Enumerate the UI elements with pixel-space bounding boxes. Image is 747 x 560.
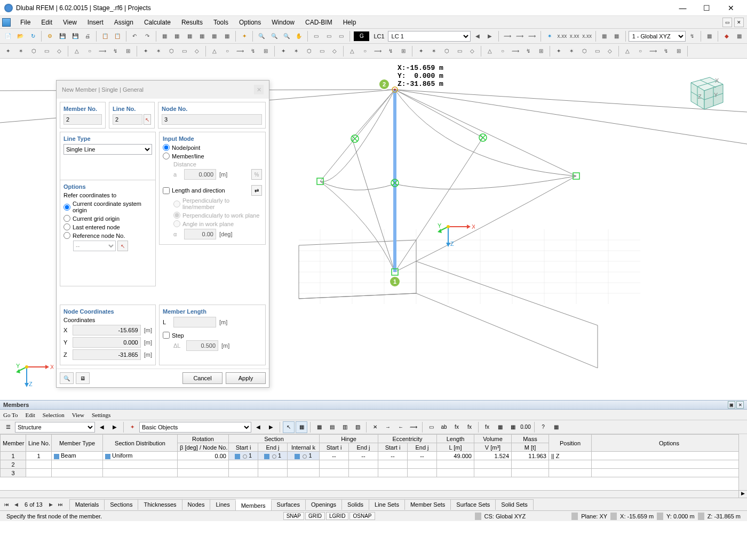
menu-results[interactable]: Results: [176, 17, 208, 28]
menu-file[interactable]: File: [15, 17, 36, 28]
tool-icon[interactable]: ▭: [454, 45, 465, 57]
tab-surface-sets[interactable]: Surface Sets: [450, 499, 496, 510]
menu-cad-bim[interactable]: CAD-BIM: [300, 17, 338, 28]
tool-icon[interactable]: ⟿: [510, 45, 521, 57]
pick-line-icon[interactable]: ↖: [144, 114, 151, 125]
tool-icon[interactable]: ○: [221, 45, 233, 57]
menu-assign[interactable]: Assign: [109, 17, 139, 28]
tool-icon[interactable]: ⬡: [441, 45, 452, 57]
tool-icon[interactable]: ▭: [591, 45, 603, 57]
tree-icon[interactable]: ☰: [2, 421, 14, 433]
apply-button[interactable]: Apply: [226, 372, 266, 384]
tb-icon[interactable]: ▦: [159, 30, 170, 42]
coord-x-input[interactable]: [73, 325, 141, 335]
next-page-icon[interactable]: ▶: [47, 500, 55, 509]
panel-close-icon[interactable]: ✕: [736, 401, 744, 409]
app-menu-icon[interactable]: [2, 18, 11, 27]
menu-insert[interactable]: Insert: [82, 17, 109, 28]
node-no-input[interactable]: [162, 114, 262, 125]
prev-lc-icon[interactable]: ◀: [472, 30, 483, 42]
tb-icon[interactable]: ✦: [239, 30, 250, 42]
cancel-button[interactable]: Cancel: [182, 372, 222, 384]
tb-icon[interactable]: ▦: [184, 30, 195, 42]
zoom-icon[interactable]: 🔍: [256, 30, 267, 42]
tool-icon[interactable]: ⟿: [234, 45, 246, 57]
node-point-radio[interactable]: [163, 144, 170, 151]
tab-members[interactable]: Members: [235, 500, 272, 510]
tool-icon[interactable]: ⬡: [578, 45, 590, 57]
tool-icon[interactable]: ○: [359, 45, 371, 57]
tab-solid-sets[interactable]: Solid Sets: [495, 499, 534, 510]
help-icon[interactable]: 🔍: [60, 372, 74, 384]
tool-icon[interactable]: ○: [634, 45, 646, 57]
dock-icon[interactable]: ▣: [728, 401, 735, 409]
select-all-icon[interactable]: ▦: [296, 421, 307, 433]
tool-icon[interactable]: ◇: [329, 45, 340, 57]
view-icon[interactable]: ▭: [311, 30, 322, 42]
menu-calculate[interactable]: Calculate: [139, 17, 176, 28]
next-lc-icon[interactable]: ▶: [484, 30, 496, 42]
zoom-window-icon[interactable]: 🔍: [281, 30, 292, 42]
tb-icon[interactable]: ▦: [599, 30, 610, 42]
open-icon[interactable]: 📂: [14, 30, 26, 42]
tb-icon[interactable]: ⟿: [502, 30, 513, 42]
tool-icon[interactable]: ▭: [41, 45, 52, 57]
grid-origin-radio[interactable]: [63, 215, 70, 222]
table-row[interactable]: 11 Beam Uniform 0.00 1 1 1 -------- 49.0…: [1, 452, 747, 460]
coord-y-input[interactable]: [73, 337, 141, 348]
tool-icon[interactable]: △: [209, 45, 220, 57]
length-direction-check[interactable]: [163, 187, 170, 194]
tool-icon[interactable]: ⊞: [122, 45, 134, 57]
menu-tools[interactable]: Tools: [208, 17, 234, 28]
tool-icon[interactable]: ⬡: [303, 45, 315, 57]
tool-icon[interactable]: △: [622, 45, 633, 57]
first-page-icon[interactable]: ⏮: [2, 500, 11, 509]
tb-icon[interactable]: ▦: [221, 30, 233, 42]
menu-edit[interactable]: Edit: [36, 17, 58, 28]
close-doc-icon[interactable]: ✕: [734, 18, 744, 27]
tool-icon[interactable]: ✦: [553, 45, 565, 57]
tab-lines[interactable]: Lines: [210, 499, 235, 510]
tool-icon[interactable]: ○: [497, 45, 508, 57]
loadcase-select[interactable]: LC 1: [388, 31, 471, 42]
table-combo-2[interactable]: Basic Objects: [139, 422, 251, 433]
tool-icon[interactable]: ✦: [140, 45, 152, 57]
view-icon[interactable]: ▭: [336, 30, 347, 42]
step-check[interactable]: [163, 332, 170, 339]
viewport[interactable]: // skip — static approximation below: [0, 59, 747, 400]
cs-select[interactable]: 1 - Global XYZ: [629, 31, 686, 42]
ref-node-radio[interactable]: [63, 232, 70, 239]
zoom-fit-icon[interactable]: 🔍: [268, 30, 280, 42]
tab-sections[interactable]: Sections: [104, 499, 138, 510]
tool-icon[interactable]: ↯: [109, 45, 121, 57]
tool-icon[interactable]: ▭: [178, 45, 190, 57]
snap-grid[interactable]: GRID: [305, 512, 325, 520]
table-tool-icon[interactable]: ▤: [326, 421, 338, 433]
menu-view[interactable]: View: [58, 17, 82, 28]
pan-icon[interactable]: ✋: [293, 30, 305, 42]
next-icon[interactable]: ▶: [109, 421, 121, 433]
tool-icon[interactable]: ⊞: [398, 45, 409, 57]
tb-icon[interactable]: x.xx: [557, 30, 568, 42]
table-tool-icon[interactable]: ✕: [369, 421, 381, 433]
tool-icon[interactable]: ◇: [53, 45, 65, 57]
tool-icon[interactable]: ⬡: [165, 45, 177, 57]
maximize-button[interactable]: ☐: [695, 1, 719, 15]
table-combo-1[interactable]: Structure: [15, 422, 95, 433]
refresh-icon[interactable]: ↻: [27, 30, 38, 42]
tab-surfaces[interactable]: Surfaces: [271, 499, 306, 510]
gear-icon[interactable]: ⚙: [44, 30, 55, 42]
table-tool-icon[interactable]: 0.00: [520, 421, 531, 433]
swap-icon[interactable]: ⇄: [251, 185, 262, 196]
tool-icon[interactable]: ○: [84, 45, 96, 57]
table-menu-view[interactable]: View: [72, 411, 84, 419]
table-tool-icon[interactable]: ▦: [550, 421, 562, 433]
next-icon[interactable]: ▶: [265, 421, 277, 433]
tool-icon[interactable]: ⊞: [260, 45, 272, 57]
save-icon[interactable]: 💾: [57, 30, 68, 42]
tab-solids[interactable]: Solids: [341, 499, 369, 510]
tb-icon[interactable]: ▦: [196, 30, 208, 42]
tb-icon[interactable]: ⟿: [514, 30, 525, 42]
menu-window[interactable]: Window: [266, 17, 300, 28]
save-all-icon[interactable]: 💾: [69, 30, 81, 42]
